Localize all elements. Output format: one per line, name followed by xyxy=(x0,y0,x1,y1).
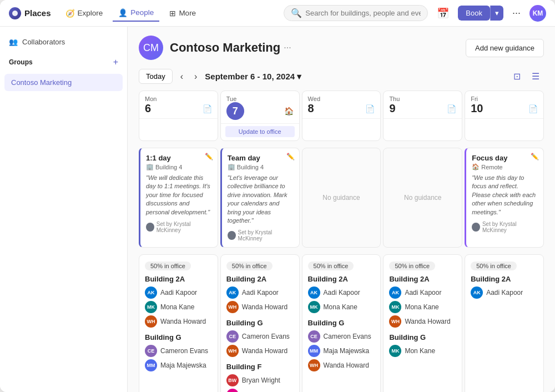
nav-people[interactable]: 👤 People xyxy=(113,5,159,22)
calendar-icon-button[interactable]: 📅 xyxy=(432,5,453,22)
list-item: MKMon Kane xyxy=(389,344,456,358)
day-header-tue: Tue 7 🏠 xyxy=(221,91,299,124)
avatar: MK xyxy=(389,301,401,313)
edit-icon-fri[interactable]: ✏️ xyxy=(531,153,539,160)
edit-icon-tue[interactable]: ✏️ xyxy=(286,153,295,160)
avatar: WH xyxy=(226,345,239,357)
day-name-fri: Fri xyxy=(471,96,538,102)
guidance-location-mon: 🏢 Building 4 xyxy=(146,163,212,170)
office-badge-wed: 50% in office xyxy=(308,262,354,270)
groups-label: Groups xyxy=(9,58,33,66)
book-dropdown-button[interactable]: ▾ xyxy=(490,6,503,21)
day-name-mon: Mon xyxy=(145,96,212,102)
prev-week-button[interactable]: ‹ xyxy=(177,71,186,83)
day-num-thu: 9 📄 xyxy=(389,102,456,115)
people-grid: 50% in office Building 2A AKAadi Kapoor … xyxy=(139,254,544,392)
avatar: CE xyxy=(308,330,320,343)
app-window: Places 🧭 Explore 👤 People ⊞ More 🔍 📅 Boo… xyxy=(0,0,555,392)
avatar: WH xyxy=(226,301,239,313)
today-circle: 7 xyxy=(226,102,244,120)
guidance-title-mon: 1:1 day xyxy=(146,154,212,162)
people-col-mon: 50% in office Building 2A AKAadi Kapoor … xyxy=(139,254,218,392)
office-badge-tue: 50% in office xyxy=(226,262,273,270)
list-view-button[interactable]: ☰ xyxy=(527,69,544,84)
date-range-label[interactable]: September 6 - 10, 2024 ▾ xyxy=(205,72,301,82)
day-header-wed: Wed 8 📄 xyxy=(302,91,381,119)
building-g-thu: Building G MKMon Kane xyxy=(389,333,456,358)
building-2a-tue: Building 2A AKAadi Kapoor WHWanda Howard xyxy=(226,275,294,314)
day-name-wed: Wed xyxy=(308,96,375,102)
list-item: CECameron Evans xyxy=(226,329,294,344)
avatar: BW xyxy=(226,374,239,386)
list-item: WHWanda Howard xyxy=(226,344,294,358)
day-col-thu: Thu 9 📄 xyxy=(383,91,462,141)
building-2a-thu: Building 2A AKAadi Kapoor MKMona Kane WH… xyxy=(389,275,456,329)
list-item: WHWanda Howard xyxy=(308,358,375,373)
list-item: MKMona Kane xyxy=(145,300,212,314)
sidebar-collaborators[interactable]: 👥 Collaborators xyxy=(4,33,123,51)
collaborators-icon: 👥 xyxy=(9,38,18,46)
add-group-button[interactable]: + xyxy=(113,57,118,67)
day-col-fri: Fri 10 📄 xyxy=(465,91,544,141)
guidance-quote-tue: "Let's leverage our collective brillianc… xyxy=(228,174,294,225)
search-input[interactable] xyxy=(305,9,421,17)
doc-icon-fri: 📄 xyxy=(528,104,538,113)
sidebar-item-contoso-marketing[interactable]: Contoso Marketing xyxy=(4,74,123,91)
avatar: MK xyxy=(389,345,401,357)
app-logo: Places xyxy=(9,7,51,19)
list-item: CECameron Evans xyxy=(308,329,375,344)
avatar: CE xyxy=(145,345,157,357)
list-item: WHWanda Howard xyxy=(145,314,212,329)
overflow-menu-button[interactable]: ··· xyxy=(508,5,525,21)
avatar: MK xyxy=(308,301,320,313)
list-item: MKMona Kane xyxy=(389,300,456,314)
grid-icon: ⊞ xyxy=(169,9,176,18)
avatar: MM xyxy=(308,345,320,357)
people-col-fri: 50% in office Building 2A AKAadi Kapoor xyxy=(465,254,544,392)
update-to-office-button[interactable]: Update to office xyxy=(225,126,295,137)
add-guidance-button[interactable]: Add new guidance xyxy=(466,39,544,57)
building-g-mon: Building G CECameron Evans MMMaja Majews… xyxy=(145,333,212,373)
day-num-mon: 6 📄 xyxy=(145,102,212,115)
guidance-card-tue: ✏️ Team day 🏢 Building 4 "Let's leverage… xyxy=(220,148,300,248)
no-guidance-wed: No guidance xyxy=(322,194,360,202)
guidance-card-thu: No guidance xyxy=(383,148,462,248)
list-item: AKAadi Kapoor xyxy=(471,285,538,300)
avatar[interactable]: KM xyxy=(529,5,546,22)
date-nav: Today ‹ › September 6 - 10, 2024 ▾ ⊡ ☰ xyxy=(139,69,544,84)
next-week-button[interactable]: › xyxy=(191,71,200,83)
list-item: AKAadi Kapoor xyxy=(226,285,294,300)
list-item: RBRuth Bengtsson xyxy=(226,388,294,392)
guidance-title-tue: Team day xyxy=(228,154,294,162)
list-item: MMMaja Majewska xyxy=(308,344,375,358)
people-col-thu: 50% in office Building 2A AKAadi Kapoor … xyxy=(383,254,462,392)
avatar: MM xyxy=(145,359,157,371)
app-title: Places xyxy=(24,8,51,18)
calendar-view-button[interactable]: ⊡ xyxy=(509,69,525,84)
building-g-wed: Building G CECameron Evans MMMaja Majews… xyxy=(308,319,375,373)
doc-icon-mon: 📄 xyxy=(203,104,212,113)
avatar: AK xyxy=(226,287,239,299)
guidance-cards: ✏️ 1:1 day 🏢 Building 4 "We will dedicat… xyxy=(139,148,544,248)
doc-icon-wed: 📄 xyxy=(365,104,375,113)
edit-icon-mon[interactable]: ✏️ xyxy=(205,153,213,160)
group-avatar: CM xyxy=(139,36,163,60)
guidance-title-fri: Focus day xyxy=(472,154,538,162)
avatar: AK xyxy=(471,287,483,299)
content-area: CM Contoso Marketing ··· Add new guidanc… xyxy=(128,27,555,392)
today-button[interactable]: Today xyxy=(139,69,173,84)
nav-explore[interactable]: 🧭 Explore xyxy=(60,6,109,21)
avatar: AK xyxy=(145,287,157,299)
office-badge-fri: 50% in office xyxy=(471,262,517,270)
guidance-card-fri: ✏️ Focus day 🏠 Remote "We use this day t… xyxy=(465,148,544,248)
setter-avatar-mon xyxy=(146,223,154,232)
home-icon-fri: 🏠 xyxy=(472,163,480,170)
list-item: MMMaja Majewska xyxy=(145,358,212,373)
search-bar[interactable]: 🔍 xyxy=(284,5,428,21)
list-item: AKAadi Kapoor xyxy=(145,285,212,300)
list-item: BWBryan Wright xyxy=(226,373,294,388)
setter-avatar-tue xyxy=(228,231,236,240)
group-options-button[interactable]: ··· xyxy=(284,43,291,53)
book-button[interactable]: Book xyxy=(458,6,490,21)
nav-more[interactable]: ⊞ More xyxy=(164,6,201,21)
